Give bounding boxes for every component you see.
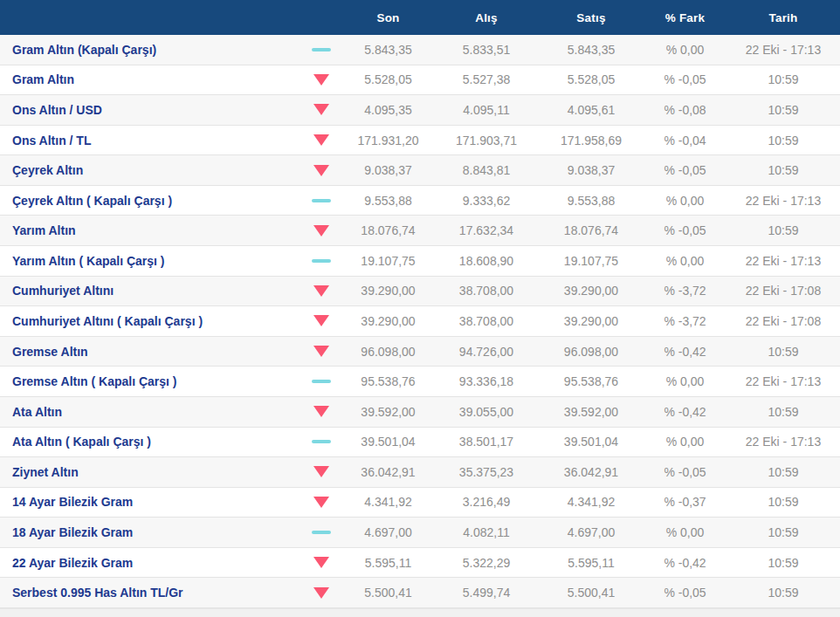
son-value: 95.538,76 (342, 374, 434, 388)
fark-value: % -0,42 (644, 556, 726, 570)
table-row[interactable]: Ata Altın 39.592,00 39.055,00 39.592,00 … (0, 397, 840, 428)
instrument-name-link[interactable]: Cumhuriyet Altını ( Kapalı Çarşı ) (0, 314, 300, 328)
tarih-value: 22 Eki - 17:08 (726, 284, 840, 298)
down-triangle-icon (300, 497, 342, 508)
table-row[interactable]: 22 Ayar Bilezik Gram 5.595,11 5.322,29 5… (0, 548, 840, 579)
fark-value: % 0,00 (644, 254, 726, 268)
table-row[interactable]: 18 Ayar Bilezik Gram 4.697,00 4.082,11 4… (0, 518, 840, 548)
instrument-name-link[interactable]: Gram Altın (0, 72, 300, 86)
header-satis: Satış (539, 11, 644, 24)
fark-value: % -0,05 (644, 72, 726, 86)
down-triangle-icon (300, 587, 342, 599)
table-row[interactable]: Yarım Altın 18.076,74 17.632,34 18.076,7… (0, 216, 840, 246)
fark-value: % 0,00 (644, 374, 726, 388)
alis-value: 38.501,17 (434, 435, 539, 449)
fark-value: % 0,00 (644, 435, 726, 449)
instrument-name-link[interactable]: Ons Altın / USD (0, 103, 300, 117)
alis-value: 38.708,00 (434, 314, 539, 328)
instrument-name-link[interactable]: Serbest 0.995 Has Altın TL/Gr (0, 586, 300, 600)
alis-value: 171.903,71 (434, 134, 539, 147)
flat-dash-icon (300, 380, 342, 383)
son-value: 36.042,91 (342, 465, 434, 479)
down-triangle-icon (300, 225, 342, 237)
fark-value: % 0,00 (644, 43, 726, 57)
son-value: 39.592,00 (342, 405, 434, 419)
tarih-value: 22 Eki - 17:13 (726, 435, 840, 449)
satis-value: 5.500,41 (539, 586, 644, 600)
tarih-value: 22 Eki - 17:13 (726, 254, 840, 268)
table-row[interactable]: Yarım Altın ( Kapalı Çarşı ) 19.107,75 1… (0, 246, 840, 277)
instrument-name-link[interactable]: 22 Ayar Bilezik Gram (0, 556, 300, 570)
alis-value: 9.333,62 (434, 194, 539, 208)
fark-value: % -0,05 (644, 465, 726, 479)
table-row[interactable]: Ata Altın ( Kapalı Çarşı ) 39.501,04 38.… (0, 428, 840, 458)
fark-value: % -3,72 (644, 284, 726, 298)
alis-value: 38.708,00 (434, 284, 539, 298)
alis-value: 4.082,11 (434, 525, 539, 539)
table-row[interactable]: Gram Altın (Kapalı Çarşı) 5.843,35 5.833… (0, 35, 840, 65)
table-row[interactable]: Çeyrek Altın 9.038,37 8.843,81 9.038,37 … (0, 155, 840, 186)
son-value: 9.553,88 (342, 194, 434, 208)
instrument-name-link[interactable]: Çeyrek Altın ( Kapalı Çarşı ) (0, 194, 300, 208)
instrument-name-link[interactable]: Gremse Altın ( Kapalı Çarşı ) (0, 374, 300, 388)
instrument-name-link[interactable]: Yarım Altın ( Kapalı Çarşı ) (0, 254, 300, 268)
flat-dash-icon (300, 531, 342, 534)
instrument-name-link[interactable]: Yarım Altın (0, 223, 300, 237)
bottom-strip (0, 608, 840, 617)
down-triangle-icon (300, 74, 342, 86)
tarih-value: 22 Eki - 17:13 (726, 43, 840, 57)
table-row[interactable]: Serbest 0.995 Has Altın TL/Gr 5.500,41 5… (0, 578, 840, 608)
table-row[interactable]: 14 Ayar Bilezik Gram 4.341,92 3.216,49 4… (0, 488, 840, 518)
table-row[interactable]: Cumhuriyet Altını ( Kapalı Çarşı ) 39.29… (0, 306, 840, 337)
fark-value: % -0,05 (644, 163, 726, 177)
table-row[interactable]: Gremse Altın ( Kapalı Çarşı ) 95.538,76 … (0, 367, 840, 397)
satis-value: 9.553,88 (539, 194, 644, 208)
alis-value: 17.632,34 (434, 223, 539, 237)
satis-value: 5.595,11 (539, 556, 644, 570)
down-triangle-icon (300, 466, 342, 477)
fark-value: % 0,00 (644, 525, 726, 539)
alis-value: 5.527,38 (434, 72, 539, 86)
instrument-name-link[interactable]: Gremse Altın (0, 345, 300, 359)
alis-value: 3.216,49 (434, 495, 539, 509)
table-row[interactable]: Cumhuriyet Altını 39.290,00 38.708,00 39… (0, 277, 840, 307)
alis-value: 5.322,29 (434, 556, 539, 570)
satis-value: 4.697,00 (539, 525, 644, 539)
tarih-value: 10:59 (726, 134, 840, 147)
son-value: 5.843,35 (342, 43, 434, 57)
instrument-name-link[interactable]: Ata Altın ( Kapalı Çarşı ) (0, 435, 300, 449)
instrument-name-link[interactable]: Ata Altın (0, 405, 300, 419)
tarih-value: 10:59 (726, 556, 840, 570)
down-triangle-icon (300, 134, 342, 146)
table-row[interactable]: Ons Altın / USD 4.095,35 4.095,11 4.095,… (0, 95, 840, 126)
tarih-value: 10:59 (726, 405, 840, 419)
satis-value: 39.592,00 (539, 405, 644, 419)
instrument-name-link[interactable]: 14 Ayar Bilezik Gram (0, 495, 300, 509)
table-row[interactable]: Gremse Altın 96.098,00 94.726,00 96.098,… (0, 337, 840, 367)
tarih-value: 10:59 (726, 586, 840, 600)
son-value: 5.528,05 (342, 72, 434, 86)
satis-value: 5.843,35 (539, 43, 644, 57)
down-triangle-icon (300, 315, 342, 326)
satis-value: 171.958,69 (539, 134, 644, 147)
instrument-name-link[interactable]: Ziynet Altın (0, 465, 300, 479)
instrument-name-link[interactable]: Gram Altın (Kapalı Çarşı) (0, 43, 300, 57)
son-value: 18.076,74 (342, 223, 434, 237)
table-row[interactable]: Ons Altın / TL 171.931,20 171.903,71 171… (0, 126, 840, 156)
son-value: 39.290,00 (342, 314, 434, 328)
gold-prices-table: Son Alış Satış % Fark Tarih Gram Altın (… (0, 0, 840, 617)
alis-value: 39.055,00 (434, 405, 539, 419)
instrument-name-link[interactable]: Ons Altın / TL (0, 134, 300, 147)
instrument-name-link[interactable]: Çeyrek Altın (0, 163, 300, 177)
fark-value: % -3,72 (644, 314, 726, 328)
instrument-name-link[interactable]: 18 Ayar Bilezik Gram (0, 525, 300, 539)
fark-value: % -0,04 (644, 134, 726, 147)
table-row[interactable]: Ziynet Altın 36.042,91 35.375,23 36.042,… (0, 457, 840, 488)
table-row[interactable]: Gram Altın 5.528,05 5.527,38 5.528,05 % … (0, 65, 840, 96)
header-son: Son (342, 11, 434, 24)
instrument-name-link[interactable]: Cumhuriyet Altını (0, 284, 300, 298)
son-value: 39.501,04 (342, 435, 434, 449)
satis-value: 9.038,37 (539, 163, 644, 177)
header-tarih: Tarih (726, 11, 840, 24)
table-row[interactable]: Çeyrek Altın ( Kapalı Çarşı ) 9.553,88 9… (0, 186, 840, 216)
